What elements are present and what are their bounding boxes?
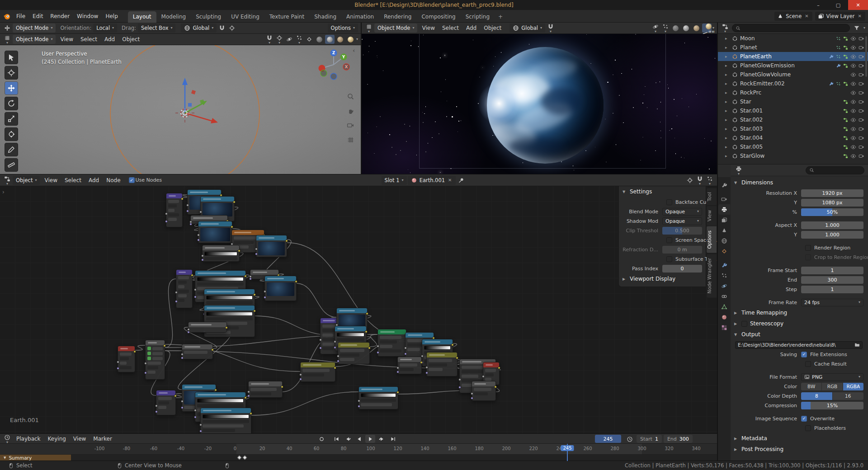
input-socket[interactable] xyxy=(155,410,158,413)
shader-node[interactable] xyxy=(176,269,193,308)
input-socket[interactable] xyxy=(194,416,197,418)
timeline-menu-view[interactable]: View xyxy=(70,435,90,443)
prop--slider[interactable]: 50% xyxy=(801,208,863,216)
mat-backface-culling-checkbox[interactable] xyxy=(666,199,672,205)
disable-in-renders-icon[interactable] xyxy=(859,36,864,42)
shader-menu-add[interactable]: Add xyxy=(85,176,103,184)
input-socket[interactable] xyxy=(471,392,473,395)
prop-section-stereoscopy[interactable]: ▶Stereoscopy xyxy=(731,318,867,329)
auto-keying-icon[interactable] xyxy=(316,435,326,443)
options-dropdown[interactable]: Options▾ xyxy=(328,24,358,33)
mat-section-settings[interactable]: ▼Settings xyxy=(619,186,706,197)
node-canvas[interactable]: › Earth.001 ▼SettingsBackface CullingBle… xyxy=(0,186,717,433)
slot-dropdown[interactable]: Slot 1▾ xyxy=(382,176,407,185)
viewport-menu-object[interactable]: Object xyxy=(118,35,143,43)
snap-icon[interactable]: ▾ xyxy=(546,24,555,33)
render-pivot-dropdown[interactable]: Global▾ xyxy=(509,24,545,33)
prop-file-extensions-checkbox[interactable]: ✓ xyxy=(801,352,807,357)
input-socket[interactable] xyxy=(396,371,399,373)
disable-in-renders-icon[interactable] xyxy=(859,99,864,105)
unlink-material-icon[interactable]: ✕ xyxy=(447,178,453,183)
disclosure-icon[interactable]: ▸ xyxy=(725,145,730,149)
prop-end-field[interactable]: 300 xyxy=(801,276,863,284)
main-menu-file[interactable]: File xyxy=(13,12,29,20)
outliner-row-star-005[interactable]: ▸Star.005 xyxy=(718,142,868,151)
disclosure-icon[interactable]: ▸ xyxy=(725,154,730,158)
output-socket[interactable] xyxy=(253,310,256,312)
outliner-row-star[interactable]: ▸Star xyxy=(718,97,868,106)
disable-in-renders-icon[interactable] xyxy=(859,72,864,78)
rendered-viewport[interactable] xyxy=(362,34,717,174)
output-socket[interactable] xyxy=(244,396,247,399)
input-socket[interactable] xyxy=(117,367,119,370)
shading-material-icon[interactable] xyxy=(692,24,701,33)
disclosure-icon[interactable]: ▸ xyxy=(725,54,730,59)
prop-cache-result-checkbox[interactable] xyxy=(805,361,811,367)
prop-section-output[interactable]: ▼Output xyxy=(731,329,867,340)
output-path-field[interactable]: E:\Design\3D\Blender\rendered\nebula\8\ xyxy=(735,341,863,349)
prop-render-region-checkbox[interactable] xyxy=(805,245,811,251)
input-socket[interactable] xyxy=(377,351,379,354)
outliner-row-moon[interactable]: ▸Moon xyxy=(718,34,868,43)
render-viewport-menu-add[interactable]: Add xyxy=(462,24,480,32)
output-socket[interactable] xyxy=(253,293,256,296)
input-socket[interactable] xyxy=(175,291,178,294)
viewport-3d[interactable]: Z Y X User Perspective (245) Collection … xyxy=(0,45,361,174)
input-socket[interactable] xyxy=(319,347,322,349)
output-socket[interactable] xyxy=(214,389,217,391)
prop-resolution-x-field[interactable]: 1920 px xyxy=(801,189,863,197)
mat-section-viewport-display[interactable]: ▶Viewport Display xyxy=(619,273,706,284)
timeline-menu-keying[interactable]: Keying xyxy=(44,435,70,443)
input-socket[interactable] xyxy=(194,409,197,412)
workspace-tab-compositing[interactable]: Compositing xyxy=(416,11,460,23)
input-socket[interactable] xyxy=(199,423,202,426)
sidebar-tab-tool[interactable]: Tool xyxy=(707,188,717,205)
outliner-row-planetglowvolume[interactable]: ▸PlanetGlowVolume xyxy=(718,70,868,79)
add-workspace-button[interactable]: + xyxy=(495,11,506,23)
editor-type-icon[interactable]: ▾ xyxy=(734,166,743,175)
input-socket[interactable] xyxy=(117,361,119,363)
shading-dropdown-icon[interactable]: ▾ xyxy=(712,26,714,30)
properties-tab-scene[interactable] xyxy=(718,225,730,235)
workspace-tab-uv-editing[interactable]: UV Editing xyxy=(226,11,264,23)
properties-tab-world[interactable] xyxy=(718,235,730,246)
input-socket[interactable] xyxy=(396,367,399,369)
disable-in-renders-icon[interactable] xyxy=(859,144,864,150)
properties-tab-physics[interactable] xyxy=(718,281,730,291)
output-socket[interactable] xyxy=(174,395,177,397)
shader-node[interactable] xyxy=(359,386,398,409)
prop-option-8[interactable]: 8 xyxy=(801,392,832,400)
shader-node[interactable] xyxy=(118,346,135,372)
disclosure-icon[interactable]: ▼ xyxy=(4,456,6,460)
input-socket[interactable] xyxy=(264,290,266,293)
prop-option-bw[interactable]: BW xyxy=(801,383,821,390)
disclosure-icon[interactable]: ▸ xyxy=(725,81,730,86)
input-socket[interactable] xyxy=(458,378,461,381)
outliner-row-star-004[interactable]: ▸Star.004 xyxy=(718,133,868,142)
input-socket[interactable] xyxy=(144,371,147,374)
shader-node[interactable] xyxy=(202,245,240,262)
input-socket[interactable] xyxy=(199,430,202,432)
workspace-tab-shading[interactable]: Shading xyxy=(309,11,341,23)
disable-in-renders-icon[interactable] xyxy=(859,153,864,159)
properties-tab-render[interactable] xyxy=(718,194,730,204)
shading-dropdown-icon[interactable]: ▾ xyxy=(356,38,358,41)
gizmos-toggle-icon[interactable]: ▾ xyxy=(651,24,660,33)
prop-option-rgba[interactable]: RGBA xyxy=(843,383,863,390)
input-socket[interactable] xyxy=(181,406,184,409)
shader-node[interactable] xyxy=(145,340,165,380)
hide-in-viewport-icon[interactable] xyxy=(850,126,856,132)
hide-in-viewport-icon[interactable] xyxy=(850,54,856,60)
output-socket[interactable] xyxy=(281,385,283,388)
input-socket[interactable] xyxy=(404,347,407,349)
shader-node[interactable] xyxy=(377,329,406,357)
shader-node[interactable] xyxy=(156,390,176,415)
minimize-button[interactable]: – xyxy=(808,0,828,10)
play-reverse-button[interactable] xyxy=(354,435,364,443)
view-layer-selector[interactable]: View Layer ✕ xyxy=(815,12,865,21)
properties-tab-texture[interactable] xyxy=(718,322,730,333)
tool-rotate-button[interactable] xyxy=(5,97,18,110)
viewport-menu-view[interactable]: View xyxy=(57,35,76,43)
disclosure-icon[interactable]: ▸ xyxy=(725,90,730,95)
input-socket[interactable] xyxy=(189,223,192,226)
